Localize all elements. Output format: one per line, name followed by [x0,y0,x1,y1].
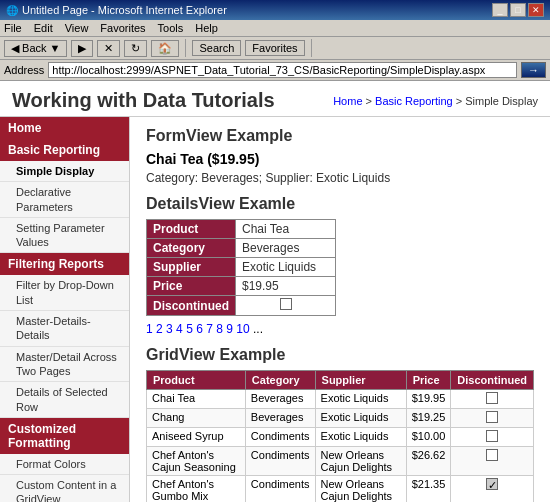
grid-cell-price: $19.95 [406,390,451,409]
search-button[interactable]: Search [192,40,241,56]
grid-cell-supplier: Exotic Liquids [315,409,406,428]
sidebar-item-filter-dropdown[interactable]: Filter by Drop-Down List [0,275,129,311]
sidebar-section-home[interactable]: Home [0,117,129,139]
favorites-button[interactable]: Favorites [245,40,304,56]
sidebar-item-master-detail-two-pages[interactable]: Master/Detail Across Two Pages [0,347,129,383]
close-button[interactable]: ✕ [528,3,544,17]
details-label-category: Category [147,239,236,258]
page-8[interactable]: 8 [216,322,223,336]
sidebar-section-filtering-reports[interactable]: Filtering Reports [0,253,129,275]
back-button[interactable]: ◀ Back ▼ [4,40,67,57]
sidebar-item-simple-display[interactable]: Simple Display [0,161,129,182]
grid-col-price: Price [406,371,451,390]
grid-cell-product: Chef Anton's Gumbo Mix [147,476,246,503]
sidebar-item-details-selected-row[interactable]: Details of Selected Row [0,382,129,418]
go-button[interactable]: → [521,62,546,78]
sidebar-section-basic-reporting[interactable]: Basic Reporting [0,139,129,161]
details-table: Product Chai Tea Category Beverages Supp… [146,219,336,316]
details-value-discontinued [236,296,336,316]
ie-icon: 🌐 [6,5,18,16]
grid-cell-price: $19.25 [406,409,451,428]
separator1 [185,39,186,57]
grid-col-supplier: Supplier [315,371,406,390]
detailsview-pagination: 1 2 3 4 5 6 7 8 9 10 ... [146,322,534,336]
details-label-discontinued: Discontinued [147,296,236,316]
title-bar: 🌐 Untitled Page - Microsoft Internet Exp… [0,0,550,20]
page-title: Working with Data Tutorials [12,89,275,112]
grid-checkbox-checked: ✓ [486,478,498,490]
menu-edit[interactable]: Edit [34,22,53,34]
sidebar-item-format-colors[interactable]: Format Colors [0,454,129,475]
gridview-title: GridView Example [146,346,534,364]
grid-col-category: Category [245,371,315,390]
maximize-button[interactable]: □ [510,3,526,17]
grid-col-discontinued: Discontinued [451,371,534,390]
page-4[interactable]: 4 [176,322,183,336]
grid-cell-discontinued [451,409,534,428]
table-row: Aniseed Syrup Condiments Exotic Liquids … [147,428,534,447]
page-5[interactable]: 5 [186,322,193,336]
table-row: Price $19.95 [147,277,336,296]
refresh-button[interactable]: ↻ [124,40,147,57]
grid-cell-category: Condiments [245,428,315,447]
grid-cell-price: $10.00 [406,428,451,447]
details-label-price: Price [147,277,236,296]
page-10[interactable]: 10 [236,322,249,336]
minimize-button[interactable]: _ [492,3,508,17]
separator2 [311,39,312,57]
page-2[interactable]: 2 [156,322,163,336]
page-9[interactable]: 9 [226,322,233,336]
table-row: Chai Tea Beverages Exotic Liquids $19.95 [147,390,534,409]
details-label-supplier: Supplier [147,258,236,277]
grid-cell-discontinued [451,447,534,476]
table-row: Chef Anton's Cajun Seasoning Condiments … [147,447,534,476]
menu-favorites[interactable]: Favorites [100,22,145,34]
detailsview-title: DetailsView Examle [146,195,534,213]
breadcrumb-sep1: > [366,95,375,107]
page-header: Working with Data Tutorials Home > Basic… [0,81,550,117]
grid-cell-supplier: Exotic Liquids [315,390,406,409]
menu-bar: File Edit View Favorites Tools Help [0,20,550,37]
menu-file[interactable]: File [4,22,22,34]
table-row: Discontinued [147,296,336,316]
grid-checkbox [486,411,498,423]
title-bar-controls[interactable]: _ □ ✕ [492,3,544,17]
details-label-product: Product [147,220,236,239]
address-input[interactable] [48,62,517,78]
stop-button[interactable]: ✕ [97,40,120,57]
grid-col-product: Product [147,371,246,390]
grid-cell-product: Chai Tea [147,390,246,409]
home-button[interactable]: 🏠 [151,40,179,57]
menu-tools[interactable]: Tools [158,22,184,34]
sidebar-item-setting-parameter-values[interactable]: Setting Parameter Values [0,218,129,254]
grid-cell-supplier: New Orleans Cajun Delights [315,447,406,476]
sidebar-item-custom-content-gridview[interactable]: Custom Content in a GridView [0,475,129,502]
page-1[interactable]: 1 [146,322,153,336]
sidebar-section-customized-formatting[interactable]: Customized Formatting [0,418,129,454]
main-content: Home Basic Reporting Simple Display Decl… [0,117,550,502]
page-7[interactable]: 7 [206,322,213,336]
menu-view[interactable]: View [65,22,89,34]
pagination-ellipsis: ... [253,322,263,336]
grid-cell-discontinued [451,428,534,447]
page-3[interactable]: 3 [166,322,173,336]
breadcrumb-home[interactable]: Home [333,95,362,107]
sidebar-item-declarative-parameters[interactable]: Declarative Parameters [0,182,129,218]
grid-checkbox [486,430,498,442]
details-value-category: Beverages [236,239,336,258]
forward-button[interactable]: ▶ [71,40,93,57]
grid-cell-product: Chef Anton's Cajun Seasoning [147,447,246,476]
grid-cell-price: $26.62 [406,447,451,476]
menu-help[interactable]: Help [195,22,218,34]
sidebar-item-master-details[interactable]: Master-Details-Details [0,311,129,347]
grid-cell-discontinued: ✓ [451,476,534,503]
address-label: Address [4,64,44,76]
grid-cell-category: Beverages [245,409,315,428]
table-row: Supplier Exotic Liquids [147,258,336,277]
grid-checkbox [486,449,498,461]
grid-checkbox [486,392,498,404]
page-6[interactable]: 6 [196,322,203,336]
breadcrumb: Home > Basic Reporting > Simple Display [333,95,538,107]
breadcrumb-section[interactable]: Basic Reporting [375,95,453,107]
grid-cell-product: Chang [147,409,246,428]
